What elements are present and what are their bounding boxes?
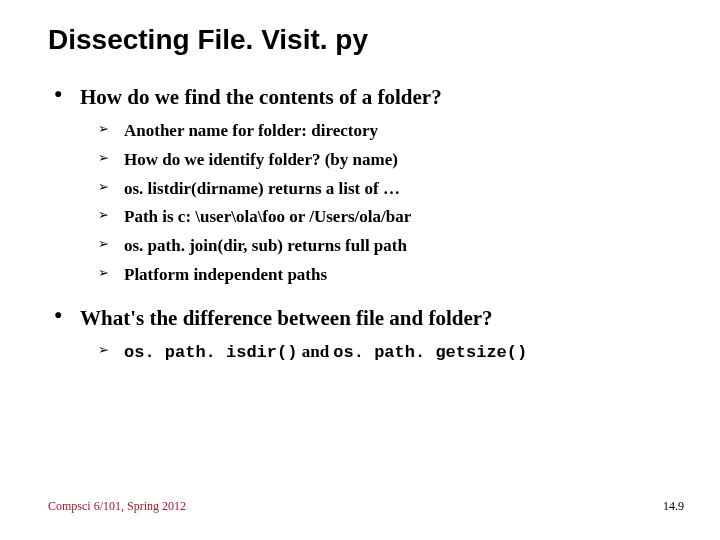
sub-item: How do we identify folder? (by name) [80, 148, 672, 173]
code-text: os. path. isdir() [124, 343, 297, 362]
code-text: os. path. getsize() [333, 343, 527, 362]
bullet-item: What's the difference between file and f… [48, 305, 672, 366]
bullet-text: What's the difference between file and f… [80, 305, 672, 332]
sub-item: os. path. isdir() and os. path. getsize(… [80, 340, 672, 366]
footer-left: Compsci 6/101, Spring 2012 [48, 499, 186, 514]
sub-item: Path is c: \user\ola\foo or /Users/ola/b… [80, 205, 672, 230]
sub-list: Another name for folder: directory How d… [80, 119, 672, 287]
sub-item: os. listdir(dirname) returns a list of … [80, 177, 672, 202]
sub-list: os. path. isdir() and os. path. getsize(… [80, 340, 672, 366]
slide: Dissecting File. Visit. py How do we fin… [0, 0, 720, 540]
bullet-list: How do we find the contents of a folder?… [48, 84, 672, 366]
slide-title: Dissecting File. Visit. py [48, 24, 672, 56]
bullet-item: How do we find the contents of a folder?… [48, 84, 672, 287]
plain-text: and [297, 342, 333, 361]
page-number: 14.9 [663, 499, 684, 514]
bullet-text: How do we find the contents of a folder? [80, 84, 672, 111]
sub-item: Another name for folder: directory [80, 119, 672, 144]
sub-item: os. path. join(dir, sub) returns full pa… [80, 234, 672, 259]
sub-item: Platform independent paths [80, 263, 672, 288]
